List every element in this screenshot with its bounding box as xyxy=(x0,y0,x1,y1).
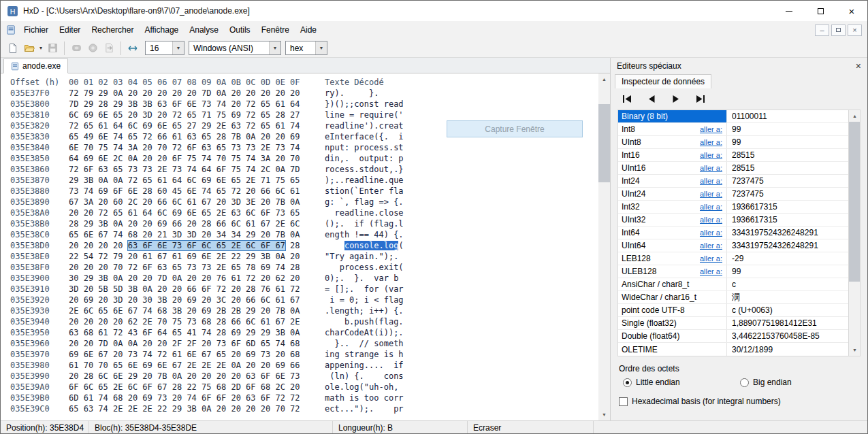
row-bytes[interactable]: 6E 70 75 74 3A 20 70 72 6F 63 65 73 73 2… xyxy=(69,142,308,153)
inspector-value[interactable]: 01100011 xyxy=(727,110,848,122)
inspector-value[interactable]: c (U+0063) xyxy=(727,304,848,316)
inspector-scrollbar[interactable]: ▲ ▼ xyxy=(849,110,861,356)
inspector-value[interactable]: 99 xyxy=(727,265,848,278)
hex-row[interactable]: 035E38007D 29 28 29 3B 3B 63 6F 6E 73 74… xyxy=(10,99,598,110)
row-text[interactable]: .length; i++) {. xyxy=(325,306,404,316)
panel-close-button[interactable]: × xyxy=(856,61,861,71)
hex-row[interactable]: 035E399020 28 6C 6E 29 20 7B 0A 20 20 20… xyxy=(10,371,598,382)
bytes-per-row-button[interactable] xyxy=(125,40,141,56)
hex-row[interactable]: 035E388073 74 69 6F 6E 28 60 45 6E 74 65… xyxy=(10,186,598,197)
row-text[interactable]: stion(`Enter fla xyxy=(325,186,404,196)
goto-link[interactable]: aller a: xyxy=(700,175,722,187)
row-text[interactable]: 0);. }. var b xyxy=(325,273,404,283)
goto-next-button[interactable] xyxy=(669,95,683,103)
hex-row[interactable]: 035E39A06F 6C 65 2E 6C 6F 67 28 22 75 68… xyxy=(10,382,598,393)
inspector-value[interactable]: 7237475 xyxy=(727,175,848,187)
inspector-value[interactable]: 28515 xyxy=(727,162,848,174)
inspector-value[interactable]: 1,88907751981412E31 xyxy=(727,317,848,329)
row-text[interactable]: i = 0; i < flag xyxy=(325,295,404,305)
row-bytes[interactable]: 72 79 29 0A 20 20 20 20 20 7D 0A 20 20 2… xyxy=(69,88,308,99)
combo-dropdown-icon[interactable]: ▼ xyxy=(172,41,184,54)
inspector-row[interactable]: UInt64aller a:3343197524326248291 xyxy=(618,239,848,252)
row-bytes[interactable]: 72 6F 63 65 73 73 2E 73 74 64 6F 75 74 2… xyxy=(69,164,308,175)
row-bytes[interactable]: 2E 6C 65 6E 67 74 68 3B 20 69 2B 2B 29 2… xyxy=(69,305,308,316)
row-text[interactable]: console.log( xyxy=(325,241,404,250)
row-bytes[interactable]: 63 68 61 72 43 6F 64 65 41 74 28 69 29 2… xyxy=(69,327,308,338)
inspector-value[interactable]: 3343197524326248291 xyxy=(727,239,848,252)
offset-base-select[interactable]: hex ▼ xyxy=(285,41,327,55)
mdi-minimize-button[interactable]: – xyxy=(815,24,829,36)
goto-link[interactable]: aller a: xyxy=(700,136,722,148)
combo-dropdown-icon[interactable]: ▼ xyxy=(315,41,327,54)
row-bytes[interactable]: 20 20 20 70 72 6F 63 65 73 73 2E 65 78 6… xyxy=(69,262,308,273)
menu-analyse[interactable]: Analyse xyxy=(184,22,224,38)
hex-row[interactable]: 035E38406E 70 75 74 3A 20 70 72 6F 63 65… xyxy=(10,142,598,153)
row-bytes[interactable]: 20 20 7D 0A 0A 20 20 2F 2F 20 73 6F 6D 6… xyxy=(69,338,308,349)
encoding-select[interactable]: Windows (ANSI) ▼ xyxy=(189,41,281,55)
save-button[interactable] xyxy=(44,40,61,56)
row-text[interactable]: ength !== 44) {. xyxy=(325,230,404,239)
inspector-row[interactable]: UInt16aller a:28515 xyxy=(618,162,848,175)
row-bytes[interactable]: 3D 20 5B 5D 3B 0A 20 20 66 6F 72 20 28 7… xyxy=(69,284,308,295)
inspector-value[interactable]: c xyxy=(727,278,848,290)
row-bytes[interactable]: 67 3A 20 60 2C 20 66 6C 61 67 20 3D 3E 2… xyxy=(69,197,308,207)
inspector-row[interactable]: UInt32aller a:1936617315 xyxy=(618,214,848,227)
mdi-close-button[interactable]: × xyxy=(848,24,862,36)
hex-row[interactable]: 035E39B06D 61 74 68 20 69 73 20 74 6F 6F… xyxy=(10,393,598,403)
row-bytes[interactable]: 28 29 3B 0A 20 20 69 66 20 28 66 6C 61 6… xyxy=(69,218,308,229)
hex-row[interactable]: 035E387029 3B 0A 0A 72 65 61 64 6C 69 6E… xyxy=(10,175,598,186)
goto-link[interactable]: aller a: xyxy=(700,227,722,239)
scroll-track[interactable] xyxy=(849,122,860,344)
row-bytes[interactable]: 20 28 6C 6E 29 20 7B 0A 20 20 20 20 63 6… xyxy=(69,371,308,382)
row-bytes[interactable]: 61 70 70 65 6E 69 6E 67 2E 2E 2E 0A 20 2… xyxy=(69,360,308,371)
inspector-value[interactable]: 潣 xyxy=(727,291,848,303)
row-text[interactable]: process.exit( xyxy=(325,263,404,272)
hex-row[interactable]: 035E390030 29 3B 0A 20 20 7D 0A 20 20 76… xyxy=(10,273,598,284)
inspector-row[interactable]: Int64aller a:3343197524326248291 xyxy=(618,227,848,239)
row-bytes[interactable]: 29 3B 0A 0A 72 65 61 64 6C 69 6E 65 2E 7… xyxy=(69,175,308,186)
row-text[interactable]: rocess.stdout,.} xyxy=(325,165,404,174)
goto-previous-button[interactable] xyxy=(645,95,658,103)
row-bytes[interactable]: 20 20 20 20 62 2E 70 75 73 68 28 66 6C 6… xyxy=(69,316,308,327)
inspector-value[interactable]: 1936617315 xyxy=(727,214,848,226)
export-button[interactable] xyxy=(101,40,117,56)
inspector-row[interactable]: Binary (8 bit)01100011 xyxy=(618,110,848,123)
row-text[interactable]: ect...");. pr xyxy=(325,404,404,414)
row-bytes[interactable]: 65 6E 67 74 68 20 21 3D 3D 20 34 34 29 2… xyxy=(69,229,308,240)
radio-big-endian[interactable]: Big endian xyxy=(740,378,792,387)
row-text[interactable]: b.push(flag. xyxy=(325,317,404,327)
menu-aide[interactable]: Aide xyxy=(295,22,322,38)
inspector-row[interactable]: LEB128aller a:-29 xyxy=(618,252,848,265)
inspector-row[interactable]: Int32aller a:1936617315 xyxy=(618,201,848,214)
inspector-row[interactable]: Single (float32)1,88907751981412E31 xyxy=(618,317,848,330)
row-text[interactable]: "Try again.");. xyxy=(325,252,404,261)
row-text[interactable]: ing strange is h xyxy=(325,350,404,359)
tab-anode-exe[interactable]: anode.exe xyxy=(3,59,68,73)
menu-outils[interactable]: Outils xyxy=(224,22,256,38)
scroll-down-button[interactable]: ▼ xyxy=(598,409,610,420)
row-bytes[interactable]: 7D 29 28 29 3B 3B 63 6F 6E 73 74 20 72 6… xyxy=(69,99,308,110)
scroll-down-button[interactable]: ▼ xyxy=(849,344,861,356)
row-bytes[interactable]: 30 29 3B 0A 20 20 7D 0A 20 20 76 61 72 2… xyxy=(69,273,308,284)
row-bytes[interactable]: 6C 69 6E 65 20 3D 20 72 65 71 75 69 72 6… xyxy=(69,110,308,120)
row-text[interactable]: din,. output: p xyxy=(325,154,404,163)
menu-rechercher[interactable]: Rechercher xyxy=(86,22,139,38)
inspector-value[interactable]: 99 xyxy=(727,136,848,148)
row-bytes[interactable]: 64 69 6E 2C 0A 20 20 6F 75 74 70 75 74 3… xyxy=(69,153,308,164)
inspector-value[interactable]: 99 xyxy=(727,123,848,135)
hex-row[interactable]: 035E39302E 6C 65 6E 67 74 68 3B 20 69 2B… xyxy=(10,305,598,316)
combo-dropdown-icon[interactable]: ▼ xyxy=(269,41,280,54)
inspector-row[interactable]: AnsiChar / char8_tc xyxy=(618,278,848,291)
tab-data-inspector[interactable]: Inspecteur de données xyxy=(615,74,711,88)
inspector-value[interactable]: 1936617315 xyxy=(727,201,848,213)
hex-row[interactable]: 035E38106C 69 6E 65 20 3D 20 72 65 71 75… xyxy=(10,110,598,120)
goto-last-button[interactable] xyxy=(694,95,707,103)
hex-row[interactable]: 035E397069 6E 67 20 73 74 72 61 6E 67 65… xyxy=(10,349,598,360)
row-text[interactable]: ();. if (flag.l xyxy=(325,219,404,229)
inspector-value[interactable]: 28515 xyxy=(727,149,848,161)
row-text[interactable]: (ln) {. cons xyxy=(325,371,404,381)
hex-row[interactable]: 035E38E022 54 72 79 20 61 67 61 69 6E 2E… xyxy=(10,251,598,262)
scroll-up-button[interactable]: ▲ xyxy=(849,110,861,122)
row-text[interactable]: ry). }. xyxy=(325,88,404,98)
goto-first-button[interactable] xyxy=(620,95,634,103)
